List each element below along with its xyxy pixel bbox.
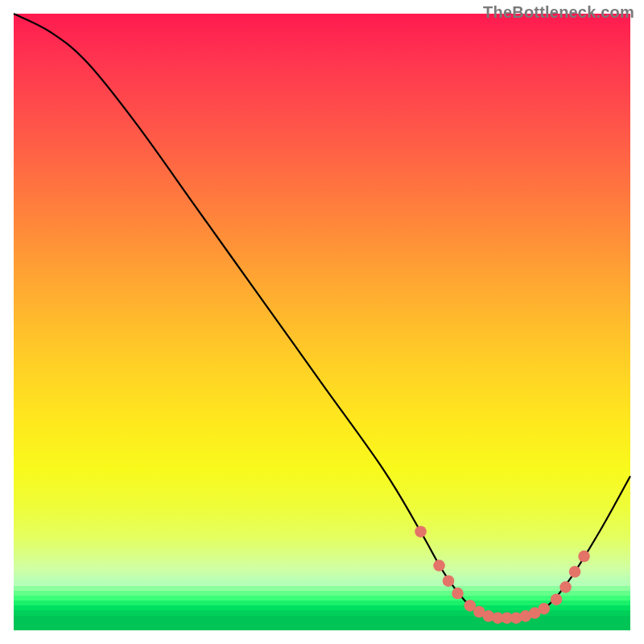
highlight-dot xyxy=(569,566,581,578)
highlight-dot xyxy=(538,603,550,615)
highlight-dot xyxy=(559,581,572,593)
attribution-label: TheBottleneck.com xyxy=(483,3,634,22)
highlight-dot xyxy=(578,551,590,563)
chart-plot-area xyxy=(14,14,630,630)
highlight-dot xyxy=(433,559,445,572)
highlight-dot xyxy=(415,526,427,538)
highlight-dot xyxy=(443,575,455,587)
curve-svg xyxy=(14,14,630,630)
highlight-dot xyxy=(452,588,464,600)
highlight-dots-group xyxy=(415,526,590,624)
highlight-dot xyxy=(551,593,563,605)
bottleneck-curve xyxy=(14,14,630,619)
